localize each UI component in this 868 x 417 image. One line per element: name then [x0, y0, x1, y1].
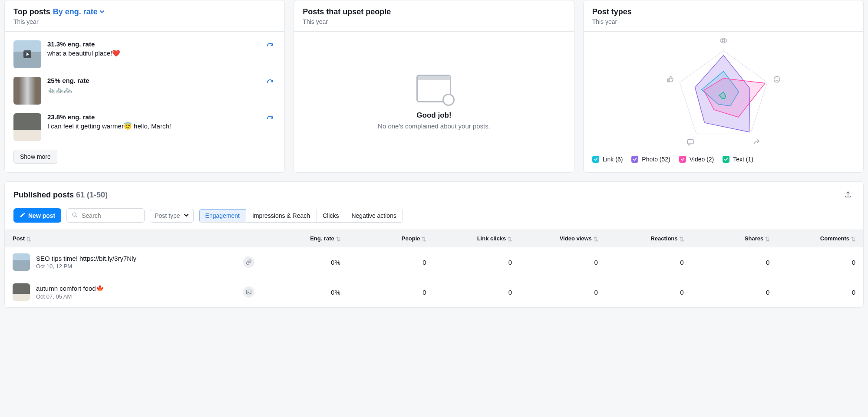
metric-tab[interactable]: Engagement: [199, 209, 246, 222]
top-posts-sort-dropdown[interactable]: By eng. rate: [53, 7, 105, 16]
cell-shares: 0: [692, 247, 778, 277]
sort-icon: [422, 236, 426, 242]
svg-point-5: [722, 39, 725, 42]
post-thumbnail: [13, 40, 41, 68]
search-input[interactable]: [82, 212, 158, 219]
post-type-select[interactable]: Post type: [150, 209, 193, 223]
legend-item[interactable]: Video (2): [679, 156, 714, 163]
column-header[interactable]: Shares: [692, 230, 778, 247]
search-icon: [71, 211, 78, 220]
post-types-card: Post types This year Link (6) Photo (52)…: [583, 0, 864, 173]
published-posts-panel: Published posts 61 (1-50) New post Post …: [4, 181, 864, 308]
top-post-item[interactable]: 31.3% eng. rate what a beautiful place!❤…: [10, 36, 279, 72]
refresh-icon[interactable]: [264, 40, 276, 52]
metric-tab[interactable]: Impressions & Reach: [246, 209, 317, 222]
cell-comments: 0: [777, 247, 863, 277]
cell-link-clicks: 0: [434, 247, 520, 277]
column-header[interactable]: Link clicks: [434, 230, 520, 247]
svg-point-6: [774, 76, 780, 82]
cell-comments: 0: [777, 277, 863, 307]
column-header[interactable]: Eng. rate: [262, 230, 348, 247]
post-caption: I can feel it getting warmer😇 hello, Mar…: [47, 122, 258, 130]
top-posts-title: Top posts: [13, 7, 50, 16]
column-header[interactable]: Comments: [777, 230, 863, 247]
top-posts-header: Top posts By eng. rate This year: [5, 0, 284, 32]
chevron-down-icon: [99, 7, 105, 16]
search-input-wrapper[interactable]: [66, 208, 145, 223]
cell-link-clicks: 0: [434, 277, 520, 307]
cell-shares: 0: [692, 277, 778, 307]
cell-eng-rate: 0%: [262, 277, 348, 307]
svg-point-10: [73, 213, 76, 216]
link-icon: [243, 256, 254, 268]
post-title: SEO tips time! https://bit.ly/3ry7Nly: [36, 255, 136, 262]
upset-title: Posts that upset people: [303, 7, 565, 16]
post-eng-rate: 25% eng. rate: [47, 77, 258, 84]
metric-tab[interactable]: Negative actions: [345, 209, 403, 222]
post-types-period: This year: [592, 18, 855, 25]
top-posts-period: This year: [13, 18, 276, 25]
upset-sub: No one's complained about your posts.: [378, 122, 490, 130]
post-caption: what a beautiful place!❤️: [47, 49, 258, 57]
top-posts-card: Top posts By eng. rate This year 31.3% e…: [4, 0, 285, 173]
show-more-button[interactable]: Show more: [13, 150, 57, 164]
new-post-button[interactable]: New post: [13, 208, 61, 223]
cell-eng-rate: 0%: [262, 247, 348, 277]
top-post-item[interactable]: 23.8% eng. rate I can feel it getting wa…: [10, 109, 279, 145]
video-play-icon: [23, 50, 31, 58]
upset-headline: Good job!: [416, 111, 451, 120]
svg-point-12: [248, 291, 248, 292]
post-caption: 🚲🚲🚲: [47, 86, 258, 94]
sort-icon: [765, 236, 769, 242]
cell-video-views: 0: [520, 277, 606, 307]
checkbox-icon: [592, 156, 599, 163]
table-row[interactable]: SEO tips time! https://bit.ly/3ry7Nly Oc…: [5, 247, 863, 277]
radar-chart: [592, 36, 855, 153]
svg-point-8: [777, 79, 778, 79]
checkbox-icon: [631, 156, 638, 163]
post-thumbnail: [13, 77, 41, 105]
good-job-icon: [416, 75, 451, 102]
pencil-icon: [20, 212, 26, 219]
sort-icon: [508, 236, 512, 242]
column-header[interactable]: Reactions: [606, 230, 692, 247]
refresh-icon[interactable]: [264, 77, 276, 88]
table-row[interactable]: autumn comfort food🍁 Oct 07, 05 AM 0% 0 …: [5, 277, 863, 307]
published-count: 61 (1-50): [76, 190, 108, 199]
post-eng-rate: 31.3% eng. rate: [47, 40, 258, 48]
top-post-item[interactable]: 25% eng. rate 🚲🚲🚲: [10, 72, 279, 109]
checkbox-icon: [723, 156, 729, 163]
legend-item[interactable]: Photo (52): [631, 156, 670, 163]
post-date: Oct 07, 05 AM: [36, 293, 104, 300]
sort-icon: [851, 236, 855, 242]
legend-item[interactable]: Text (1): [723, 156, 753, 163]
post-thumbnail: [13, 283, 30, 301]
image-icon: [243, 286, 254, 298]
post-eng-rate: 23.8% eng. rate: [47, 113, 258, 121]
svg-point-7: [776, 79, 776, 79]
sort-icon: [680, 236, 684, 242]
upset-period: This year: [303, 18, 565, 25]
column-header[interactable]: Post: [5, 230, 262, 247]
column-header[interactable]: People: [348, 230, 434, 247]
post-thumbnail: [13, 253, 30, 271]
cell-people: 0: [348, 277, 434, 307]
post-title: autumn comfort food🍁: [36, 285, 104, 292]
cell-reactions: 0: [606, 277, 692, 307]
checkbox-icon: [679, 156, 686, 163]
sort-icon: [594, 236, 598, 242]
sort-icon: [26, 236, 31, 242]
refresh-icon[interactable]: [264, 113, 276, 125]
cell-reactions: 0: [606, 247, 692, 277]
cell-people: 0: [348, 247, 434, 277]
metric-tab[interactable]: Clicks: [317, 209, 345, 222]
legend-item[interactable]: Link (6): [592, 156, 623, 163]
chevron-down-icon: [184, 212, 189, 219]
svg-rect-9: [687, 140, 693, 144]
upset-card: Posts that upset people This year Good j…: [294, 0, 574, 173]
cell-video-views: 0: [520, 247, 606, 277]
posts-table: PostEng. ratePeopleLink clicksVideo view…: [5, 230, 863, 307]
column-header[interactable]: Video views: [520, 230, 606, 247]
post-thumbnail: [13, 113, 41, 141]
export-icon[interactable]: [837, 188, 855, 202]
